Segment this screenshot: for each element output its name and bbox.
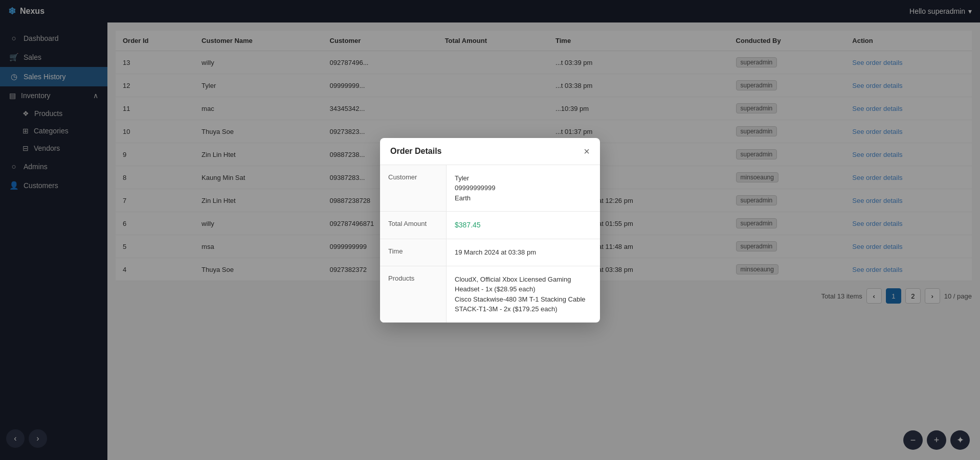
product-1: CloudX, Official Xbox Licensed Gaming He…	[455, 275, 571, 293]
modal-time-label: Time	[380, 239, 447, 266]
modal-row-customer: Customer Tyler 09999999999 Earth	[380, 165, 600, 212]
modal-row-products: Products CloudX, Official Xbox Licensed …	[380, 266, 600, 323]
modal-body: Customer Tyler 09999999999 Earth Total A…	[380, 165, 600, 323]
modal-total-value: $387.45	[447, 212, 600, 239]
modal-header: Order Details ×	[380, 138, 600, 165]
modal-row-total: Total Amount $387.45	[380, 212, 600, 239]
modal-customer-label: Customer	[380, 165, 447, 212]
total-amount: $387.45	[455, 221, 481, 229]
customer-address: Earth	[455, 194, 471, 202]
customer-phone: 09999999999	[455, 184, 496, 192]
modal-title: Order Details	[390, 147, 441, 156]
modal-close-button[interactable]: ×	[584, 146, 590, 156]
customer-name: Tyler	[455, 174, 469, 182]
modal-overlay[interactable]: Order Details × Customer Tyler 099999999…	[0, 0, 980, 460]
modal-total-label: Total Amount	[380, 212, 447, 239]
order-details-modal: Order Details × Customer Tyler 099999999…	[380, 138, 600, 323]
modal-products-value: CloudX, Official Xbox Licensed Gaming He…	[447, 266, 600, 323]
modal-time-value: 19 March 2024 at 03:38 pm	[447, 239, 600, 266]
modal-products-label: Products	[380, 266, 447, 323]
modal-row-time: Time 19 March 2024 at 03:38 pm	[380, 239, 600, 266]
product-2: Cisco Stackwise-480 3M T-1 Stacking Cabl…	[455, 295, 586, 313]
modal-customer-value: Tyler 09999999999 Earth	[447, 165, 600, 212]
